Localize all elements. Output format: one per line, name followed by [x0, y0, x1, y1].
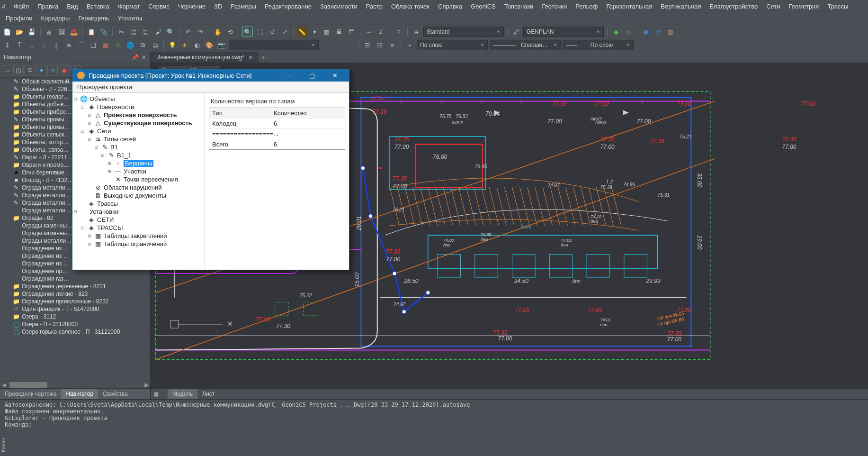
command-console[interactable]: Коман Автосохранение: C:\Users\Sveta\App…	[0, 399, 868, 436]
undo-icon[interactable]: ↶	[183, 27, 193, 37]
clipboard-icon[interactable]: 📋	[86, 27, 97, 37]
print-icon[interactable]: 🖨	[44, 27, 54, 37]
expand-icon[interactable]: ⊟	[100, 152, 106, 158]
menu-справка[interactable]: Справка	[434, 1, 466, 12]
zoom-scale-icon[interactable]: ⤢	[279, 27, 290, 37]
expand-icon[interactable]: ⊞	[107, 160, 112, 166]
menu-geonics[interactable]: GeoniCS	[467, 1, 500, 12]
menu-утилиты[interactable]: Утилиты	[114, 13, 146, 24]
ptree-node[interactable]: 🗎Выходные документы	[72, 192, 205, 200]
menu-формат[interactable]: Формат	[114, 1, 143, 12]
r2-icon-3[interactable]: ⊥	[27, 40, 37, 50]
pan-icon[interactable]: ✋	[213, 27, 223, 37]
navigator-pin-icon[interactable]: 📌	[132, 54, 139, 61]
ptree-node[interactable]: ⊘Области нарушений	[72, 183, 205, 192]
expand-icon[interactable]: ⊟	[72, 96, 78, 102]
ptree-node[interactable]: ⊟✎В1_1	[72, 151, 205, 159]
ptree-node[interactable]: ⊟◈Поверхности	[72, 103, 205, 111]
linetype-combo[interactable]: ————Сплошн…▼	[490, 40, 561, 50]
r2-layers-icon[interactable]: ❏	[88, 40, 98, 50]
redo-icon[interactable]: ↷	[195, 27, 206, 37]
menu-топознаки[interactable]: Топознаки	[501, 1, 537, 12]
menu-вид[interactable]: Вид	[63, 1, 82, 12]
select-sim-icon[interactable]: ✦	[309, 27, 320, 37]
expand-icon[interactable]: ⊟	[93, 144, 99, 150]
layout-tab[interactable]: Модель	[168, 389, 197, 399]
nav-t6-icon[interactable]: ◉	[59, 65, 69, 75]
ptree-node[interactable]: ⊟✎В1	[72, 143, 205, 151]
ptree-node[interactable]: ⊟◈Сети	[72, 127, 205, 135]
nav-item[interactable]: 📁Ограждения деревянные - 8231	[0, 283, 150, 290]
publish-icon[interactable]: 📤	[69, 27, 79, 37]
ptree-node[interactable]: ⊞—Участки	[72, 167, 205, 175]
dim-linear-icon[interactable]: ↔	[364, 27, 374, 37]
r2-icon-4[interactable]: ⟂	[39, 40, 49, 50]
menu-трассы[interactable]: Трассы	[823, 1, 852, 12]
audit-icon[interactable]: 🔍	[165, 27, 176, 37]
menu-геомодель[interactable]: Геомодель	[74, 13, 113, 24]
dimstyle-combo[interactable]: GENPLAN▼	[523, 27, 604, 37]
expand-icon[interactable]: ⊟	[80, 128, 86, 134]
menu-благоустройство[interactable]: Благоустройство	[706, 1, 761, 12]
nav-t2-icon[interactable]: ◫	[13, 65, 24, 75]
dialog-titlebar[interactable]: Проводник проекта [Проект: Урок №1 Инжен…	[72, 69, 349, 82]
r2-table-icon[interactable]: ▦	[100, 40, 111, 50]
navigator-close-icon[interactable]: ✕	[142, 54, 146, 61]
ptree-node[interactable]: ⊞▦Таблицы ограничений	[72, 240, 205, 248]
font-a-icon[interactable]: A	[411, 27, 421, 37]
ptree-node[interactable]: ◈Трассы	[72, 200, 205, 208]
material-icon[interactable]: ◐	[192, 40, 202, 50]
menu-сервис[interactable]: Сервис	[144, 1, 173, 12]
props-icon[interactable]: 🗔	[346, 27, 357, 37]
menu-черчение[interactable]: Черчение	[174, 1, 210, 12]
color-swatch-icon[interactable]: ▪	[404, 40, 415, 50]
quick-calc-icon[interactable]: 🖩	[334, 27, 344, 37]
close-tab-icon[interactable]: ✕	[248, 54, 253, 61]
menu-вертикальная[interactable]: Вертикальная	[657, 1, 705, 12]
nav-t4-icon[interactable]: ✦	[36, 65, 46, 75]
copy2-icon[interactable]: ⿻	[141, 27, 151, 37]
lw-icon-2[interactable]: ☷	[375, 40, 385, 50]
menu-редактирование[interactable]: Редактирование	[261, 1, 315, 12]
expand-icon[interactable]: ⊞	[107, 168, 112, 174]
dialog-max-icon[interactable]: ▢	[303, 72, 322, 79]
nav-item[interactable]: ◯Озеро горько-соленое - П - 31121000	[0, 328, 150, 336]
expand-icon[interactable]: ⊟	[72, 209, 78, 215]
ptree-node[interactable]: ⊟🌐Объекты	[72, 95, 205, 103]
menu-геометрия[interactable]: Геометрия	[785, 1, 823, 12]
project-tree[interactable]: ⊟🌐Объекты⊟◈Поверхности⊞△Проектная поверх…	[72, 93, 205, 270]
sun-icon[interactable]: ☀	[179, 40, 190, 50]
r2-icon-2[interactable]: ⟙	[14, 40, 25, 50]
menu-рельеф[interactable]: Рельеф	[572, 1, 601, 12]
r2-icon-5[interactable]: ∥	[51, 40, 62, 50]
nav-item[interactable]: Ограждения газ…	[0, 275, 150, 283]
match-icon[interactable]: 🖌	[153, 27, 163, 37]
nav-item[interactable]: 📁Озера - 3112	[0, 313, 150, 320]
nav-t1-icon[interactable]: ▭	[2, 65, 12, 75]
nav-tab[interactable]: Проводник чертежа	[0, 389, 61, 399]
dialog-close-icon[interactable]: ✕	[325, 72, 344, 79]
zoom-win-icon[interactable]: 🔍	[242, 27, 253, 37]
zoom-ext-icon[interactable]: ⛶	[255, 27, 265, 37]
expand-icon[interactable]: ⊞	[87, 120, 92, 126]
r2-more1-icon[interactable]: ⧉	[137, 40, 148, 50]
layout-grid-icon[interactable]: ▦	[151, 389, 161, 399]
menu-геоточки[interactable]: Геоточки	[538, 1, 571, 12]
color-combo[interactable]: По слою▼	[417, 40, 488, 50]
nav-item[interactable]: 📁Ограждения легкие - 823	[0, 290, 150, 298]
ptree-node[interactable]: ⊟ Установки	[72, 208, 205, 216]
menu-размеры[interactable]: Размеры	[227, 1, 260, 12]
dialog-min-icon[interactable]: —	[280, 72, 299, 79]
nav-tab[interactable]: Свойства	[98, 389, 133, 399]
ptree-node[interactable]: ⊞◦Вершины	[72, 159, 205, 167]
r2-icon-6[interactable]: ≋	[63, 40, 74, 50]
gc-icon-1[interactable]: ◆	[611, 27, 621, 37]
new-tab-icon[interactable]: +	[259, 52, 269, 63]
layout-tab[interactable]: Лист	[197, 389, 219, 399]
ptree-node[interactable]: ⊞▦Таблицы закреплений	[72, 232, 205, 240]
ptree-node[interactable]: ⊞△Существующая поверхность	[72, 119, 205, 127]
new-icon[interactable]: 📄	[2, 27, 12, 37]
help-icon[interactable]: ?	[394, 27, 404, 37]
measure-icon[interactable]: 📏	[297, 27, 307, 37]
render-icon[interactable]: 🎨	[204, 40, 215, 50]
